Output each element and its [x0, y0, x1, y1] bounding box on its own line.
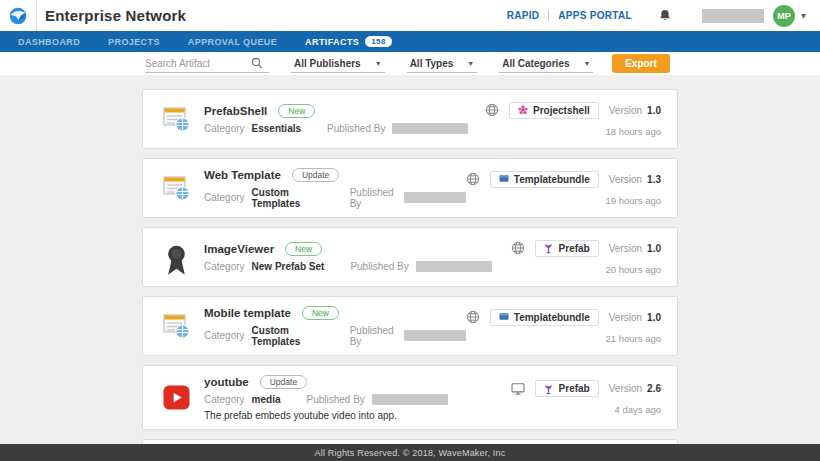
caret-down-icon: ▼ — [584, 60, 591, 67]
artifact-name[interactable]: Mobile template — [204, 307, 291, 319]
published-by-label: Published By — [327, 123, 385, 134]
caret-down-icon: ▼ — [375, 60, 382, 67]
artifact-name[interactable]: Web Template — [204, 169, 281, 181]
type-chip-label: Templatebundle — [514, 174, 590, 185]
globe-icon — [466, 310, 480, 324]
type-chip-label: Prefab — [559, 383, 590, 394]
template-icon — [163, 175, 190, 201]
artifact-card[interactable]: Web Template Update Category Custom Temp… — [142, 158, 678, 218]
prefab-icon — [544, 384, 554, 394]
version-label: Version — [609, 243, 642, 254]
version-value: 1.0 — [647, 312, 661, 323]
version-label: Version — [609, 312, 642, 323]
artifact-status-badge: Update — [260, 375, 307, 389]
artifact-status-badge: New — [285, 242, 322, 256]
template-icon — [163, 106, 190, 132]
published-by-label: Published By — [350, 187, 397, 209]
published-time: 4 days ago — [615, 404, 661, 415]
artifact-status-badge: New — [278, 104, 315, 118]
prefab-icon — [544, 243, 554, 253]
youtube-icon — [163, 385, 190, 410]
artifact-name[interactable]: PrefabShell — [204, 105, 267, 117]
globe-icon — [466, 172, 480, 186]
app-header: Enterprise Network RAPID APPS PORTAL MP … — [0, 0, 820, 31]
published-by-redacted — [372, 394, 448, 405]
copyright-text: All Rights Reserved. © 2018, WaveMaker, … — [315, 448, 506, 458]
apps-portal-link[interactable]: APPS PORTAL — [558, 10, 632, 21]
artifact-type-icon — [163, 385, 190, 411]
export-button[interactable]: Export — [612, 54, 670, 73]
categories-dropdown[interactable]: All Categories ▼ — [499, 54, 593, 73]
avatar[interactable]: MP — [773, 5, 795, 27]
artifact-name[interactable]: youtube — [204, 376, 249, 388]
published-by-redacted — [404, 192, 466, 203]
rapid-link[interactable]: RAPID — [507, 10, 540, 21]
artifact-type-icon — [163, 244, 190, 270]
type-chip-label: Projectshell — [533, 105, 590, 116]
artifact-card[interactable]: youtube Update Category media Published … — [142, 365, 678, 430]
category-value: Essentials — [252, 123, 301, 134]
header-divider — [36, 0, 37, 31]
search-field — [145, 54, 269, 73]
projectshell-icon — [518, 105, 528, 115]
artifact-list: PrefabShell New Category Essentials Publ… — [142, 89, 678, 444]
artifact-status-badge: Update — [292, 168, 339, 182]
monitor-icon — [511, 382, 525, 396]
type-chip: Prefab — [535, 240, 599, 257]
footer: All Rights Reserved. © 2018, WaveMaker, … — [0, 444, 820, 461]
artifact-card-partial[interactable] — [142, 439, 678, 444]
tab-artifacts[interactable]: ARTIFACTS 158 — [291, 31, 406, 52]
tab-approval-queue[interactable]: APPROVAL QUEUE — [174, 31, 291, 52]
published-time: 19 hours ago — [606, 195, 661, 206]
artifact-name[interactable]: ImageViewer — [204, 243, 274, 255]
types-dropdown[interactable]: All Types ▼ — [407, 54, 478, 73]
search-input[interactable] — [145, 58, 251, 69]
caret-down-icon: ▼ — [467, 60, 474, 67]
category-value: New Prefab Set — [252, 261, 325, 272]
artifact-type-icon — [163, 106, 190, 132]
version-value: 1.3 — [647, 174, 661, 185]
artifact-type-icon — [163, 175, 190, 201]
award-ribbon-icon — [163, 244, 190, 277]
artifact-description: The prefab embeds youtube video into app… — [204, 410, 448, 421]
artifact-type-icon — [163, 313, 190, 339]
artifact-card[interactable]: Mobile template New Category Custom Temp… — [142, 296, 678, 356]
type-chip: Prefab — [535, 380, 599, 397]
username-redacted — [702, 9, 764, 23]
version-value: 1.0 — [647, 243, 661, 254]
type-chip: Projectshell — [509, 102, 599, 119]
version-value: 1.0 — [647, 105, 661, 116]
artifact-card[interactable]: PrefabShell New Category Essentials Publ… — [142, 89, 678, 149]
published-by-label: Published By — [306, 394, 364, 405]
tab-dashboard[interactable]: DASHBOARD — [4, 31, 94, 52]
page-title: Enterprise Network — [45, 7, 186, 24]
artifact-card[interactable]: ImageViewer New Category New Prefab Set … — [142, 227, 678, 287]
type-chip: Templatebundle — [490, 171, 599, 188]
wavemaker-logo-icon — [8, 6, 28, 26]
version-label: Version — [609, 383, 642, 394]
published-by-redacted — [404, 330, 466, 341]
globe-icon — [485, 103, 499, 117]
category-label: Category — [204, 394, 245, 405]
version-value: 2.6 — [647, 383, 661, 394]
published-time: 21 hours ago — [606, 333, 661, 344]
version-label: Version — [609, 174, 642, 185]
globe-icon — [511, 241, 525, 255]
category-value: media — [252, 394, 281, 405]
notifications-bell-icon[interactable] — [658, 8, 672, 23]
link-separator — [548, 10, 549, 21]
template-icon — [163, 313, 190, 339]
templatebundle-icon — [499, 312, 509, 322]
published-time: 20 hours ago — [606, 264, 661, 275]
artifact-status-badge: New — [302, 306, 339, 320]
type-chip-label: Prefab — [559, 243, 590, 254]
category-value: Custom Templates — [252, 325, 324, 347]
category-label: Category — [204, 330, 245, 341]
published-time: 18 hours ago — [606, 126, 661, 137]
tab-projects[interactable]: PROJECTS — [94, 31, 174, 52]
chevron-down-icon[interactable]: ▾ — [801, 10, 806, 21]
publishers-dropdown[interactable]: All Publishers ▼ — [291, 54, 385, 73]
artifacts-count-badge: 158 — [365, 36, 392, 47]
search-icon[interactable] — [251, 57, 263, 69]
type-chip-label: Templatebundle — [514, 312, 590, 323]
